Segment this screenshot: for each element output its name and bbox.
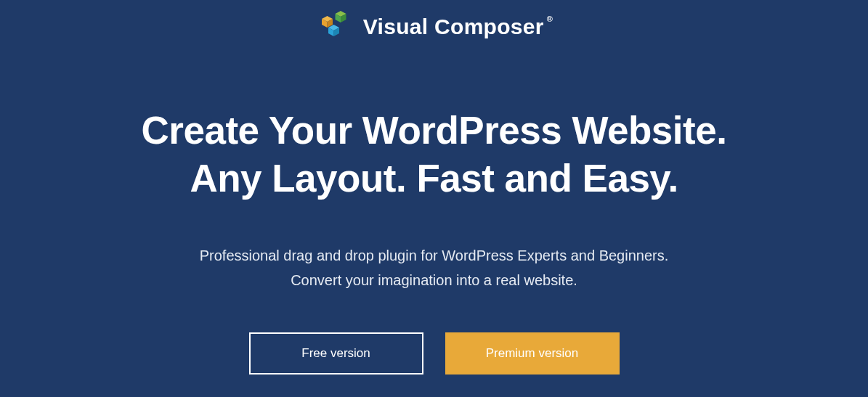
headline-line-2: Any Layout. Fast and Easy. <box>190 157 678 200</box>
free-version-button[interactable]: Free version <box>249 332 423 375</box>
subtext-line-1: Professional drag and drop plugin for Wo… <box>0 243 868 268</box>
subtext: Professional drag and drop plugin for Wo… <box>0 243 868 292</box>
hero-section: Create Your WordPress Website. Any Layou… <box>0 45 868 375</box>
cta-row: Free version Premium version <box>0 332 868 375</box>
header: Visual Composer® <box>0 0 868 45</box>
premium-version-button[interactable]: Premium version <box>445 332 620 375</box>
brand-text: Visual Composer <box>363 15 544 38</box>
headline: Create Your WordPress Website. Any Layou… <box>0 107 868 203</box>
subtext-line-2: Convert your imagination into a real web… <box>0 268 868 292</box>
brand-name: Visual Composer® <box>363 15 553 39</box>
headline-line-1: Create Your WordPress Website. <box>142 109 727 152</box>
logo-icon <box>315 9 352 45</box>
trademark-symbol: ® <box>547 15 553 23</box>
